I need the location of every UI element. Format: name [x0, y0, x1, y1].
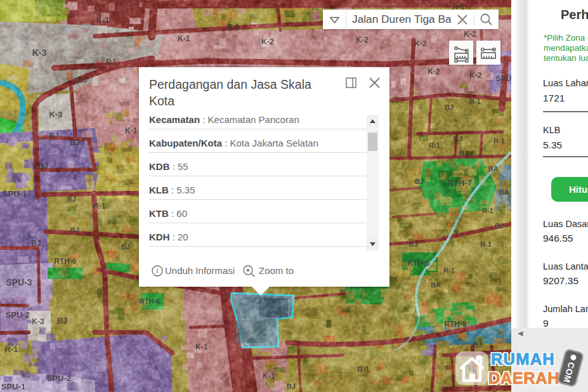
svg-text:R-1: R-1	[357, 365, 370, 374]
svg-text:K-1: K-1	[263, 372, 275, 381]
svg-text:BJ: BJ	[106, 58, 115, 67]
svg-text:K-2: K-2	[414, 39, 427, 48]
svg-text:K-1: K-1	[96, 15, 110, 25]
svg-text:SPU-2: SPU-2	[47, 374, 71, 383]
svg-text:K-2: K-2	[261, 37, 274, 46]
svg-text:R-1: R-1	[443, 266, 455, 274]
svg-text:BJ: BJ	[415, 178, 424, 185]
svg-text:BJ: BJ	[38, 162, 48, 171]
svg-text:RTH-6: RTH-6	[54, 257, 77, 266]
svg-text:BJ: BJ	[77, 75, 87, 84]
svg-text:BA: BA	[499, 188, 509, 196]
svg-text:R-1: R-1	[93, 202, 106, 211]
svg-text:R-1: R-1	[227, 23, 240, 32]
svg-text:BJ: BJ	[459, 150, 468, 157]
svg-text:BJ: BJ	[49, 131, 58, 140]
svg-text:BA: BA	[488, 165, 499, 173]
svg-text:R-1: R-1	[480, 240, 492, 248]
svg-text:R-1: R-1	[493, 137, 505, 145]
svg-text:SPU-3: SPU-3	[6, 277, 32, 287]
svg-text:K-1: K-1	[195, 343, 208, 351]
svg-text:BJ: BJ	[70, 226, 79, 234]
svg-text:K-3: K-3	[32, 48, 47, 58]
svg-text:SPU-1: SPU-1	[1, 382, 25, 391]
svg-text:R-1: R-1	[482, 207, 493, 214]
svg-text:BJ: BJ	[70, 138, 79, 147]
svg-text:SPU: SPU	[496, 74, 511, 83]
svg-text:K-1: K-1	[125, 126, 138, 135]
svg-text:R-1: R-1	[5, 344, 18, 354]
svg-text:BJ: BJ	[121, 243, 130, 251]
svg-text:K-1: K-1	[178, 34, 190, 43]
svg-text:K-2: K-2	[428, 67, 440, 76]
svg-text:RTH-6: RTH-6	[140, 297, 160, 305]
svg-text:R-1: R-1	[469, 98, 481, 105]
svg-text:R-1: R-1	[429, 141, 440, 149]
svg-text:BJ: BJ	[445, 103, 454, 111]
svg-text:K-2: K-2	[469, 71, 482, 80]
svg-text:BA: BA	[431, 281, 441, 289]
svg-text:K-3: K-3	[49, 110, 63, 119]
svg-text:K-2: K-2	[356, 36, 369, 44]
svg-text:RTH-8: RTH-8	[444, 320, 467, 329]
svg-text:BJ: BJ	[454, 135, 462, 143]
svg-text:SPU-1: SPU-1	[3, 189, 27, 199]
svg-text:i: i	[156, 266, 158, 275]
svg-text:K-3: K-3	[32, 317, 44, 326]
svg-text:BJ: BJ	[409, 240, 418, 248]
svg-text:BJ: BJ	[67, 195, 76, 203]
svg-text:SPU-2: SPU-2	[6, 310, 30, 320]
svg-text:BJ: BJ	[287, 382, 296, 390]
svg-text:BJ: BJ	[31, 239, 41, 248]
svg-text:K-2: K-2	[464, 30, 476, 39]
svg-text:RTH-5: RTH-5	[407, 259, 430, 268]
svg-text:BJ: BJ	[57, 316, 68, 325]
svg-text:BJ: BJ	[495, 222, 504, 230]
svg-text:RTH-7: RTH-7	[448, 178, 472, 188]
